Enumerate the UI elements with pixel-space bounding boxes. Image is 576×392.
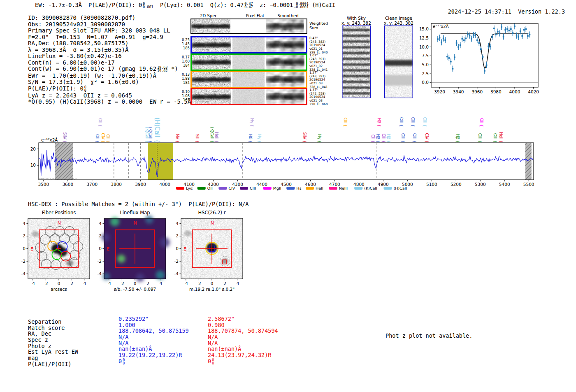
match-table: SeparationMatch scoreRA, DecSpec zPhoto … — [28, 316, 316, 369]
fiber-row-left-labels: 0.10 1.08 165 — [181, 90, 190, 102]
full-spectrum-plot: e⁻¹⁷x2Å102035003600370038003900400041004… — [0, 136, 576, 193]
emission-line-label: Hγ { — [250, 118, 254, 127]
data-point — [504, 29, 506, 31]
legend-label: Hε — [296, 186, 301, 190]
emission-line-label: (H)CaII { — [153, 118, 161, 143]
sup-sub-value: −0.0001−0.0001 — [294, 2, 309, 9]
x-tick-label: 5500 — [523, 182, 534, 187]
sup-sub-value: 0.470.47 — [244, 2, 253, 9]
data-point — [450, 61, 452, 63]
cutout-cell — [192, 89, 231, 104]
x-tick-label: 4400 — [256, 182, 267, 187]
info-line: λ = 3968.3Å σ = 3.15(±0.35)Å — [28, 47, 191, 53]
match-table-value: 1.000 — [118, 322, 189, 328]
fiber-row-left-labels: 0.13 1.88 184 — [181, 72, 190, 85]
legend-swatch — [384, 187, 392, 190]
match-table-value: nan(±nan)Å — [208, 346, 278, 352]
emission-line-label: Hβ { — [377, 118, 381, 127]
info-line: Cont(w) = 6.90(±0.01)e-17 (gmag 19.6219.… — [28, 66, 191, 73]
fiber-cutout-row — [190, 36, 307, 53]
cutout-cell — [191, 19, 230, 33]
clean-image-title: Clean Image — [382, 16, 416, 21]
cutout-cell — [266, 55, 304, 70]
data-point — [469, 35, 471, 37]
x-tick-label: 3980 — [490, 89, 502, 94]
data-point — [467, 34, 469, 35]
y-tick-label: 4 — [99, 221, 102, 226]
data-point — [512, 32, 514, 34]
panel-xlabel: arcsecs — [51, 287, 67, 292]
y-tick-label: -4 — [174, 271, 179, 276]
cutout-cell — [232, 72, 265, 87]
data-point — [482, 56, 484, 58]
x-tick-label: 4020 — [528, 89, 539, 94]
data-point — [514, 26, 516, 27]
x-tick-label: 4 — [237, 281, 239, 286]
y-tick-label: 7.5 — [422, 53, 429, 58]
match-table-label: P(LAE)/P(OII) — [28, 361, 78, 367]
match-table-label: RA, Dec — [28, 331, 78, 337]
emission-line-label: CIV { — [101, 133, 105, 143]
match-table-value: 19.22(19.22,19.22)R — [118, 352, 189, 358]
cutout-cell — [192, 55, 231, 70]
data-point — [439, 37, 441, 39]
emission-line-label: OIII { — [412, 133, 417, 143]
legend-label: OII — [207, 186, 213, 190]
emission-line-label: OII { — [98, 118, 102, 127]
match-table-labels: SeparationMatch scoreRA, DecSpec zPhoto … — [28, 319, 78, 367]
x-tick-label: -4 — [107, 281, 111, 286]
elixer-report-page: EW: -1.7±-0.3Å P(LAE)/P(OII): 000.001 P(… — [0, 0, 576, 392]
x-tick-label: 3960 — [471, 89, 483, 94]
match-table-label: Photo z — [28, 343, 78, 349]
y-tick-label: 0.0 — [422, 80, 429, 85]
data-point — [488, 46, 489, 47]
sup-sub-value: 00.001 — [143, 2, 153, 9]
x-tick-label: 5200 — [451, 182, 462, 187]
cutout-cell — [266, 89, 304, 104]
y-tick-label: -2 — [174, 259, 179, 264]
clean-image — [384, 26, 413, 98]
y-tick-label: 10.0 — [420, 44, 429, 49]
fiber-positions-title: Fiber Positions — [42, 210, 76, 216]
pixel-flat-image — [232, 72, 265, 87]
legend-swatch — [218, 187, 227, 190]
weighted-sum-row — [190, 19, 307, 34]
match-table-value: N/A — [208, 340, 278, 346]
emission-line-label: Hβ { — [376, 134, 380, 143]
x-tick-label: 4800 — [353, 182, 365, 187]
cutout-cell — [192, 72, 231, 87]
data-point — [501, 26, 502, 28]
gaussian-fit-curve — [441, 34, 529, 68]
data-point — [490, 46, 491, 47]
legend-label: (H)CaII — [394, 186, 407, 190]
y-tick-label: 10 — [30, 162, 36, 167]
y-tick-label: -2 — [98, 259, 102, 264]
info-line: LyA z = 2.2643 OII z = 0.0645 — [28, 93, 191, 99]
data-point — [529, 34, 531, 35]
cutout-cell — [232, 37, 265, 52]
fiber-row-right-labels: 1.07" (243, 391) 20190524 v021_02 328_LL… — [309, 54, 328, 72]
x-tick-label: 2 — [70, 281, 73, 286]
match-table-value: 2.58672" — [208, 316, 278, 322]
data-point — [486, 65, 488, 66]
info-line: P(LAE)/P(OII): 000 — [28, 86, 191, 93]
x-tick-label: -4 — [184, 281, 188, 286]
fiber-row-left-labels: 0.25 1.45 185 — [181, 38, 190, 50]
match-table-value: 000 — [118, 358, 189, 364]
compass-east-label: E — [107, 246, 109, 252]
y-tick-label: 2.5 — [422, 71, 429, 76]
emission-line-label: CIII { — [343, 118, 348, 127]
summary-header-line: EW: -1.7±-0.3Å P(LAE)/P(OII): 000.001 P(… — [35, 2, 335, 9]
info-line: EWr = -1.70(±0.19) (w: -1.70(±0.19))Å — [28, 73, 191, 79]
sup-sub-value: 19.6319.62 — [157, 66, 168, 73]
match-table-value: 188.708642, 50.875159 — [118, 328, 189, 334]
legend-label: CIV — [228, 186, 235, 190]
cutout-cell — [232, 55, 265, 70]
emission-line-label: NV { — [175, 134, 180, 143]
cutout-cell — [192, 37, 231, 52]
legend-label: (K)CaII — [364, 186, 377, 190]
match-table-value: 24.13(23.97,24.32)R — [208, 352, 278, 358]
version-label: Version 1.22.3 — [518, 8, 565, 15]
lineflux-map-panel: Lineflux Map-4-4-2-2002244s/b: -7.50 +/-… — [93, 209, 174, 292]
x-tick-label: -2 — [120, 281, 124, 286]
